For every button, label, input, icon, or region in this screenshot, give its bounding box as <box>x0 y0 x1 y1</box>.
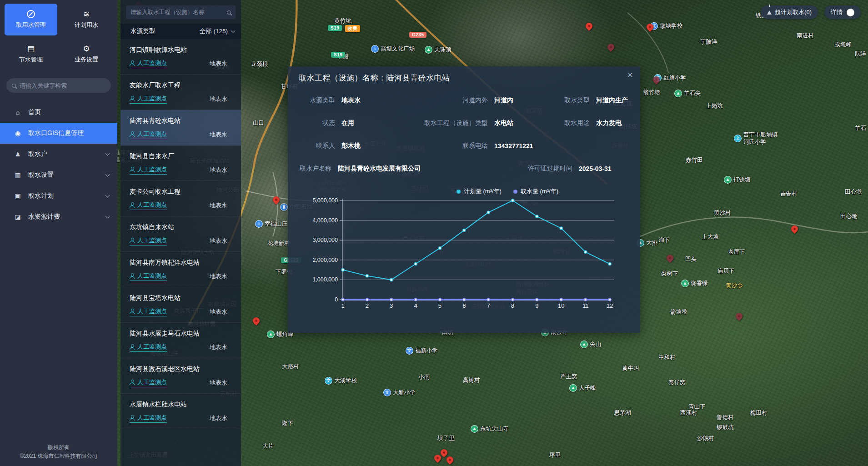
module-1[interactable]: ≋计划用水 <box>60 4 113 35</box>
map-label: 善德村 <box>717 414 734 421</box>
map-label: ▲人子峰 <box>569 384 596 392</box>
map-label: 思茅湖 <box>614 410 631 417</box>
facility-search-input[interactable] <box>130 9 223 15</box>
module-3[interactable]: ⚙业务设置 <box>60 38 113 70</box>
facility-list-item[interactable]: 陆河县水唇走马石水电站 人工监测点 地表水 <box>120 323 241 358</box>
field-label: 许可证过期时间 <box>510 165 579 173</box>
monitor-link[interactable]: 人工监测点 <box>130 130 167 139</box>
detail-row: 水源类型 地表水河道内外 河道内取水类型 河道内生产 <box>300 95 631 105</box>
facility-list-item[interactable]: 陆河县自来水厂 人工监测点 地表水 <box>120 145 241 181</box>
water-source-type: 地表水 <box>210 95 234 103</box>
svg-text:3,000,000: 3,000,000 <box>312 237 338 243</box>
sidebar-search[interactable] <box>6 78 111 93</box>
monitor-link[interactable]: 人工监测点 <box>130 414 167 423</box>
facility-list: 河口镇唱歌潭水电站 人工监测点 地表水 友能水厂取水工程 人工监测点 地表水 陆… <box>120 39 241 466</box>
monitor-link[interactable]: 人工监测点 <box>130 95 167 104</box>
sidebar-item-1[interactable]: ◉ 取水口GIS信息管理 <box>0 123 117 144</box>
map-label: ▲烧香缘 <box>681 280 708 287</box>
facility-list-item[interactable]: 陆河县激石溪老区水电站 人工监测点 地表水 <box>120 358 241 394</box>
facility-list-item[interactable]: 陆河县宝塔水电站 人工监测点 地表水 <box>120 287 241 323</box>
sidebar-item-5[interactable]: ◪ 水资源计费 <box>0 206 117 227</box>
sidebar-item-0[interactable]: ⌂ 首页 <box>0 102 117 123</box>
monitor-link[interactable]: 人工监测点 <box>130 378 167 387</box>
map-label: 箭竹塘 <box>643 89 660 96</box>
map-label: 文大溪学校 <box>325 377 357 385</box>
legend-item[interactable]: 取水量 (m³/年) <box>513 187 558 195</box>
map-label: 龙颈根 <box>251 61 268 68</box>
facility-list-item[interactable]: 陆河县青砼水电站 人工监测点 地表水 <box>120 110 241 145</box>
sidebar-item-3[interactable]: ▥ 取水设置 <box>0 165 117 185</box>
legend-item[interactable]: 计划量 (m³/年) <box>457 187 502 195</box>
map-label: 南进村 <box>797 32 814 40</box>
sidebar-item-2[interactable]: ♟ 取水户 <box>0 144 117 165</box>
water-source-type: 地表水 <box>210 130 234 139</box>
svg-text:3: 3 <box>390 302 393 309</box>
detail-toggle[interactable]: 详情 <box>824 5 861 19</box>
map-pin[interactable] <box>665 253 675 263</box>
module-2[interactable]: ▤节水管理 <box>5 38 57 70</box>
map-pin[interactable] <box>445 455 455 465</box>
monitor-link[interactable]: 人工监测点 <box>130 272 167 281</box>
water-source-type: 地表水 <box>210 237 234 245</box>
filter-dropdown[interactable]: 全部 (125) <box>200 27 235 35</box>
facility-name: 陆河县自来水厂 <box>130 152 234 160</box>
facility-list-item[interactable]: 友能水厂取水工程 人工监测点 地表水 <box>120 75 241 110</box>
monitor-link[interactable]: 人工监测点 <box>130 343 167 352</box>
map-pin[interactable] <box>606 42 616 52</box>
facility-list-item[interactable]: 东坑镇自来水站 人工监测点 地表水 <box>120 216 241 252</box>
sidebar: 取用水管理 ≋计划用水 ▤节水管理 ⚙业务设置 ⌂ 首页 ◉ 取水口GIS信息管… <box>0 0 117 466</box>
nature-poi-icon: ▲ <box>724 176 732 184</box>
road-badge: G235 <box>409 32 426 38</box>
water-source-type: 地表水 <box>210 272 234 281</box>
school-icon: 文 <box>406 347 413 355</box>
water-source-type: 地表水 <box>210 60 234 68</box>
facility-list-item[interactable]: 陆河县南万镇杞洋水电站 人工监测点 地表水 <box>120 252 241 287</box>
sidebar-search-input[interactable] <box>20 82 105 89</box>
road-badge: S19 <box>328 25 342 31</box>
field-label: 河道内外 <box>418 96 494 105</box>
facility-list-item[interactable]: 河口镇唱歌潭水电站 人工监测点 地表水 <box>120 39 241 75</box>
nav-icon: ▣ <box>14 192 22 200</box>
map-pin[interactable] <box>271 195 281 205</box>
map-label: 上岗坑 <box>706 103 723 110</box>
road-badge: 收费 <box>345 25 360 32</box>
facility-list-item[interactable]: 麦卡公司取水工程 人工监测点 地表水 <box>120 181 241 216</box>
facility-name: 东坑镇自来水站 <box>130 223 234 231</box>
person-icon <box>130 273 135 279</box>
road-badge: S19 <box>331 52 345 58</box>
map-pin[interactable] <box>251 316 261 326</box>
module-label: 业务设置 <box>75 55 98 64</box>
map-label: 黄沙村 <box>714 210 731 217</box>
monitor-link[interactable]: 人工监测点 <box>130 165 167 175</box>
map-label: 沙朗村 <box>697 435 714 442</box>
detail-row: 状态 在用取水工程（设施）类型 水电站取水用途 水力发电 <box>300 118 631 128</box>
sidebar-item-4[interactable]: ▣ 取水计划 <box>0 185 117 206</box>
monitor-link[interactable]: 人工监测点 <box>130 59 167 68</box>
over-plan-intake-button[interactable]: 超计划取水(0) <box>761 5 818 19</box>
map-label: 梨树下 <box>661 271 678 278</box>
intake-plan-chart: 5,000,0004,000,0003,000,0002,000,0001,00… <box>288 195 640 327</box>
school-icon: 文 <box>325 377 332 385</box>
facility-search[interactable] <box>126 5 236 19</box>
nav-label: 取水设置 <box>28 171 100 179</box>
monitor-link[interactable]: 人工监测点 <box>130 236 167 246</box>
map-label: 山口 <box>253 120 264 127</box>
person-icon <box>130 167 135 172</box>
facility-list-item[interactable]: 水唇镇水栏肚水电站 人工监测点 地表水 <box>120 394 241 429</box>
nature-poi-icon: ▲ <box>681 280 689 287</box>
module-0[interactable]: 取用水管理 <box>5 4 57 35</box>
monitor-link[interactable]: 人工监测点 <box>130 307 167 316</box>
person-icon <box>130 131 135 137</box>
map-label: ▲打铁塘 <box>724 176 751 184</box>
monitor-link[interactable]: 人工监测点 <box>130 201 167 210</box>
map-pin[interactable] <box>734 311 744 321</box>
map-label: 溜下 <box>658 237 670 244</box>
map-label: 赤竹田 <box>686 157 703 164</box>
field-label: 取水工程（设施）类型 <box>418 119 494 127</box>
toggle-knob[interactable] <box>847 9 854 16</box>
close-icon[interactable]: × <box>627 70 633 80</box>
field-value: 13432771221 <box>494 142 552 150</box>
map-pin[interactable] <box>790 224 799 234</box>
detail-row: 联系人 彭木桃联系电话 13432771221 <box>300 141 631 151</box>
map-pin[interactable] <box>584 21 594 31</box>
